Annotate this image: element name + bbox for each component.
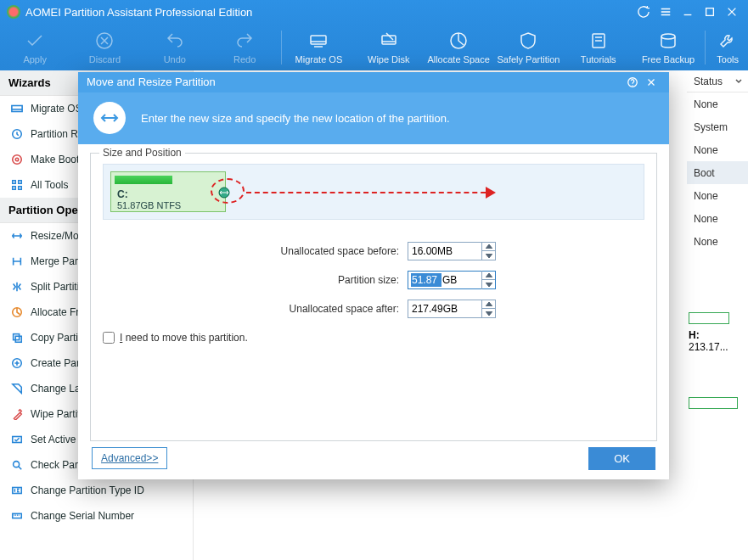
partition-letter: C: [117, 188, 181, 200]
main-toolbar: Apply Discard Undo Redo Migrate OS Wipe … [0, 24, 748, 70]
label-icon [10, 382, 24, 395]
app-logo-icon [7, 5, 20, 19]
grid-icon [10, 178, 24, 192]
copy-icon [10, 331, 24, 344]
svg-point-9 [13, 155, 22, 165]
sidebar-item-serial[interactable]: Change Serial Number [0, 503, 193, 529]
free-backup-button[interactable]: Free Backup [633, 27, 703, 64]
input-partition-size[interactable] [408, 272, 442, 288]
dialog-title: Move and Resize Partition [87, 76, 623, 88]
redo-button[interactable]: Redo [210, 27, 279, 64]
status-row[interactable]: None [687, 184, 748, 207]
drive-tile[interactable]: H: 213.17... [689, 312, 738, 353]
status-row[interactable]: System [687, 115, 748, 138]
move-partition-checkbox[interactable] [103, 332, 115, 344]
allocate-icon [10, 305, 24, 319]
label-space-before: Unallocated space before: [170, 245, 399, 257]
resize-icon [10, 229, 24, 243]
refresh-icon[interactable] [634, 3, 653, 21]
advanced-button[interactable]: Advanced>> [92, 447, 167, 469]
minimize-icon[interactable] [678, 3, 697, 21]
merge-icon [10, 255, 24, 268]
drive-usage-bar [689, 312, 729, 324]
spin-up-icon[interactable] [481, 271, 495, 281]
wipe-disk-button[interactable]: Wipe Disk [354, 27, 424, 64]
recovery-icon [10, 127, 24, 141]
move-partition-label: II need to move this partition. need to … [120, 332, 248, 344]
status-row[interactable]: Boot [687, 161, 748, 184]
partition-visual[interactable]: C: 51.87GB NTFS [103, 164, 644, 220]
dialog-banner-text: Enter the new size and specify the new l… [141, 112, 450, 125]
partition-label-group: C: 51.87GB NTFS [117, 188, 181, 210]
drive-icon [10, 102, 24, 115]
size-position-group: Size and Position C: 51.87GB NTFS Unallo… [90, 153, 657, 441]
split-icon [10, 280, 24, 294]
help-icon[interactable] [623, 73, 642, 92]
svg-rect-3 [382, 36, 396, 44]
drag-arrow-annotation [246, 189, 494, 196]
bootable-icon [10, 153, 24, 166]
status-column-header[interactable]: Status [687, 70, 748, 92]
input-space-after-wrap [408, 300, 496, 318]
tools-button[interactable]: Tools [707, 27, 748, 64]
spin-down-icon[interactable] [481, 251, 495, 260]
migrate-os-button[interactable]: Migrate OS [284, 27, 353, 64]
app-title: AOMEI Partition Assistant Professional E… [25, 6, 631, 19]
dialog-titlebar: Move and Resize Partition [78, 72, 669, 92]
spin-up-icon[interactable] [481, 242, 495, 252]
svg-rect-22 [13, 513, 22, 518]
status-row[interactable]: None [687, 138, 748, 161]
label-space-after: Unallocated space after: [170, 303, 399, 315]
close-icon[interactable] [723, 3, 741, 21]
safely-partition-button[interactable]: Safely Partition [493, 27, 563, 64]
svg-rect-12 [19, 181, 22, 184]
svg-point-6 [661, 34, 675, 39]
dialog-banner: Enter the new size and specify the new l… [78, 92, 669, 144]
input-space-after[interactable] [408, 300, 476, 317]
svg-point-20 [14, 462, 20, 468]
discard-button[interactable]: Discard [70, 27, 139, 64]
maximize-icon[interactable] [700, 3, 719, 21]
drive-size: 213.17... [689, 341, 738, 353]
wipe-icon [10, 407, 24, 421]
svg-rect-17 [15, 336, 21, 342]
title-bar: AOMEI Partition Assistant Professional E… [0, 0, 748, 24]
tutorials-button[interactable]: Tutorials [564, 27, 633, 64]
spin-down-icon[interactable] [481, 309, 495, 318]
drag-handle-icon[interactable] [217, 185, 232, 200]
spin-up-icon[interactable] [481, 300, 495, 310]
apply-button[interactable]: Apply [0, 27, 70, 64]
svg-point-10 [15, 158, 19, 161]
ok-button[interactable]: OK [588, 447, 655, 470]
allocate-space-button[interactable]: Allocate Space [424, 27, 493, 64]
input-space-before[interactable] [408, 243, 476, 260]
id-icon [10, 484, 24, 497]
fieldset-legend: Size and Position [99, 147, 185, 159]
svg-rect-13 [13, 187, 16, 190]
svg-rect-0 [706, 8, 714, 16]
undo-button[interactable]: Undo [140, 27, 210, 64]
status-row[interactable]: None [687, 230, 748, 253]
partition-used-bar [115, 176, 172, 184]
active-icon [10, 433, 24, 446]
input-space-before-wrap [408, 242, 496, 260]
svg-rect-2 [311, 36, 326, 44]
status-row[interactable]: None [687, 207, 748, 230]
partition-info: 51.87GB NTFS [117, 200, 181, 210]
drive-letter: H: [689, 329, 738, 341]
create-icon [10, 356, 24, 370]
status-row[interactable]: None [687, 92, 748, 115]
dialog-close-icon[interactable] [642, 73, 661, 92]
svg-rect-14 [19, 187, 22, 190]
dialog-footer: Advanced>> OK [78, 445, 669, 479]
svg-rect-16 [14, 334, 20, 340]
status-list: None System None Boot None None None [687, 92, 748, 253]
sidebar-item-type-id[interactable]: Change Partition Type ID [0, 478, 193, 503]
drive-bar-empty [689, 397, 738, 409]
spin-down-icon[interactable] [481, 280, 495, 289]
resize-banner-icon [93, 102, 126, 134]
resize-partition-dialog: Move and Resize Partition Enter the new … [78, 72, 669, 479]
menu-icon[interactable] [656, 3, 675, 21]
svg-rect-7 [12, 106, 22, 112]
input-partition-size-wrap: GB [408, 271, 496, 289]
